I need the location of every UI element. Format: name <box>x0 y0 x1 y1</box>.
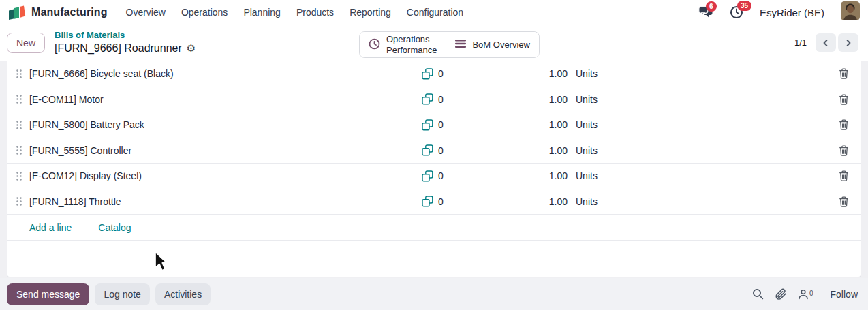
table-row[interactable]: [FURN_1118] Throttle 0 1.00 Units <box>7 189 861 215</box>
forecast-report-icon[interactable] <box>422 119 438 131</box>
nav-menu-planning[interactable]: Planning <box>242 5 282 19</box>
table-row[interactable]: [FURN_6666] Bicycle seat (Black) 0 1.00 … <box>7 61 861 87</box>
product-name[interactable]: [FURN_1118] Throttle <box>29 196 422 207</box>
uom-value[interactable]: Units <box>568 145 611 156</box>
control-panel: New Bills of Materials [FURN_9666] Roadr… <box>0 25 868 61</box>
activities-badge: 35 <box>737 1 751 11</box>
pager-previous-button[interactable] <box>816 33 836 52</box>
delete-row-button[interactable] <box>826 170 861 181</box>
form-sheet: [FURN_6666] Bicycle seat (Black) 0 1.00 … <box>7 61 861 277</box>
pager-value[interactable]: 1/1 <box>794 37 807 48</box>
operations-performance-button[interactable]: Operations Performance <box>360 32 446 57</box>
send-message-button[interactable]: Send message <box>7 283 89 305</box>
quantity-value[interactable]: 1.00 <box>459 119 568 130</box>
forecast-report-icon[interactable] <box>422 93 438 105</box>
follow-button[interactable]: Follow <box>831 289 858 300</box>
messages-badge: 6 <box>706 1 717 12</box>
components-table-body: [FURN_6666] Bicycle seat (Black) 0 1.00 … <box>7 61 861 215</box>
nav-menu-overview[interactable]: Overview <box>125 5 167 19</box>
uom-value[interactable]: Units <box>568 94 611 105</box>
breadcrumb: Bills of Materials [FURN_9666] Roadrunne… <box>55 30 196 55</box>
quantity-value[interactable]: 1.00 <box>459 170 568 181</box>
drag-handle-icon[interactable] <box>16 171 29 181</box>
delete-row-button[interactable] <box>826 119 861 130</box>
clock-icon <box>369 38 380 52</box>
product-name[interactable]: [FURN_5800] Battery Pack <box>29 119 422 130</box>
delete-row-button[interactable] <box>826 145 861 156</box>
user-name[interactable]: EsyRider (BE) <box>760 7 824 18</box>
table-row[interactable]: [FURN_5555] Controller 0 1.00 Units <box>7 138 861 164</box>
nav-menu-configuration[interactable]: Configuration <box>405 5 465 19</box>
forecast-value: 0 <box>438 94 459 105</box>
breadcrumb-parent-link[interactable]: Bills of Materials <box>55 30 196 42</box>
log-note-button[interactable]: Log note <box>95 283 150 305</box>
pager-next-button[interactable] <box>838 33 858 52</box>
nav-menu-reporting[interactable]: Reporting <box>348 5 392 19</box>
record-title[interactable]: [FURN_9666] Roadrunner <box>55 42 182 55</box>
new-button[interactable]: New <box>7 33 45 53</box>
attachment-paperclip-icon[interactable] <box>775 288 787 300</box>
product-name[interactable]: [FURN_6666] Bicycle seat (Black) <box>29 68 422 79</box>
uom-value[interactable]: Units <box>568 170 611 181</box>
stat-button-group: Operations Performance BoM Overview <box>359 31 540 58</box>
delete-row-button[interactable] <box>826 196 861 207</box>
top-navbar: Manufacturing Overview Operations Planni… <box>0 0 868 25</box>
forecast-value: 0 <box>438 196 459 207</box>
forecast-report-icon[interactable] <box>422 170 438 182</box>
drag-handle-icon[interactable] <box>16 120 29 130</box>
product-name[interactable]: [FURN_5555] Controller <box>29 145 422 156</box>
activities-button[interactable]: Activities <box>155 283 211 305</box>
follower-count: 0 <box>809 290 813 297</box>
delete-row-button[interactable] <box>826 68 861 79</box>
uom-value[interactable]: Units <box>568 119 611 130</box>
table-row[interactable]: [E-COM11] Motor 0 1.00 Units <box>7 87 861 113</box>
nav-menu-products[interactable]: Products <box>295 5 335 19</box>
drag-handle-icon[interactable] <box>16 94 29 104</box>
quantity-value[interactable]: 1.00 <box>459 145 568 156</box>
actions-gear-icon[interactable]: ⚙ <box>187 43 196 53</box>
table-row[interactable]: [FURN_5800] Battery Pack 0 1.00 Units <box>7 112 861 138</box>
list-lines-icon <box>455 39 466 50</box>
nav-menu: Overview Operations Planning Products Re… <box>125 5 465 19</box>
table-row[interactable]: [E-COM12] Display (Steel) 0 1.00 Units <box>7 164 861 189</box>
pager: 1/1 <box>794 33 858 52</box>
chatter-bar: Send message Log note Activities 0 Follo… <box>0 278 868 310</box>
forecast-value: 0 <box>438 170 459 181</box>
drag-handle-icon[interactable] <box>16 196 29 206</box>
forecast-value: 0 <box>438 145 459 156</box>
followers-icon[interactable]: 0 <box>798 289 813 300</box>
form-background: [FURN_6666] Bicycle seat (Black) 0 1.00 … <box>0 61 868 278</box>
forecast-report-icon[interactable] <box>422 144 438 156</box>
table-footer-row: Add a line Catalog <box>7 215 861 241</box>
quantity-value[interactable]: 1.00 <box>459 68 568 79</box>
add-a-line-link[interactable]: Add a line <box>29 222 72 233</box>
delete-row-button[interactable] <box>826 94 861 105</box>
app-name[interactable]: Manufacturing <box>31 6 108 18</box>
nav-menu-operations[interactable]: Operations <box>180 5 229 19</box>
drag-handle-icon[interactable] <box>16 145 29 155</box>
product-name[interactable]: [E-COM12] Display (Steel) <box>29 170 422 181</box>
drag-handle-icon[interactable] <box>16 69 29 79</box>
quantity-value[interactable]: 1.00 <box>459 94 568 105</box>
forecast-value: 0 <box>438 119 459 130</box>
messages-icon[interactable]: 6 <box>698 6 713 18</box>
uom-value[interactable]: Units <box>568 68 611 79</box>
user-avatar[interactable] <box>841 1 860 23</box>
search-messages-icon[interactable] <box>752 288 764 300</box>
forecast-report-icon[interactable] <box>422 68 438 80</box>
uom-value[interactable]: Units <box>568 196 611 207</box>
app-logo-icon[interactable] <box>8 5 26 20</box>
bom-overview-button[interactable]: BoM Overview <box>446 32 539 57</box>
forecast-report-icon[interactable] <box>422 196 438 207</box>
product-name[interactable]: [E-COM11] Motor <box>29 94 422 105</box>
catalog-link[interactable]: Catalog <box>98 222 131 233</box>
activities-clock-icon[interactable]: 35 <box>730 5 743 19</box>
quantity-value[interactable]: 1.00 <box>459 196 568 207</box>
forecast-value: 0 <box>438 68 459 79</box>
